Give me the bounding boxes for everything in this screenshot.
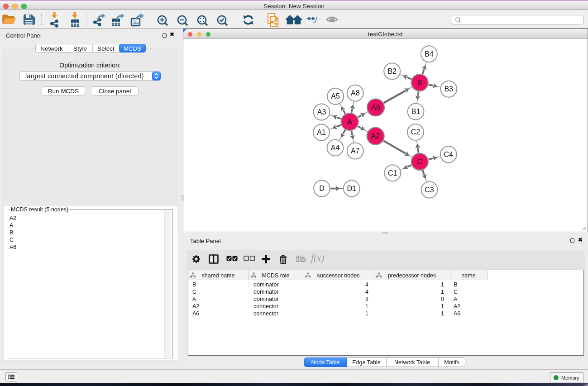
svg-text:B1: B1 (411, 108, 421, 115)
svg-text:A: A (347, 118, 352, 126)
svg-text:B4: B4 (425, 50, 434, 58)
svg-text:C1: C1 (388, 169, 397, 177)
svg-text:C3: C3 (425, 186, 434, 194)
svg-text:B: B (417, 79, 422, 86)
svg-text:A5: A5 (331, 92, 340, 100)
svg-text:A6: A6 (371, 104, 380, 111)
svg-text:A2: A2 (371, 132, 380, 140)
svg-text:C4: C4 (444, 151, 454, 158)
svg-text:A3: A3 (317, 108, 326, 116)
svg-text:A7: A7 (351, 147, 360, 155)
svg-text:D1: D1 (347, 185, 357, 192)
svg-text:B3: B3 (444, 85, 453, 93)
svg-text:C: C (417, 158, 423, 166)
svg-text:A4: A4 (331, 144, 340, 152)
svg-text:D: D (319, 185, 325, 192)
svg-text:A8: A8 (351, 89, 360, 97)
svg-text:B2: B2 (387, 67, 397, 75)
svg-text:A1: A1 (317, 129, 326, 136)
svg-text:C2: C2 (411, 128, 421, 136)
